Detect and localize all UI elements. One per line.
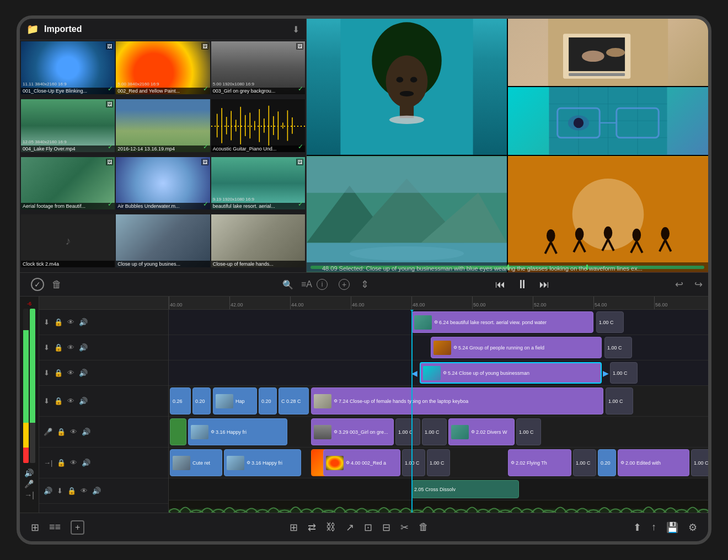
- clip[interactable]: 0.20: [192, 387, 211, 414]
- audio-icon[interactable]: 🔊: [92, 487, 101, 495]
- download-track-icon[interactable]: ⬇: [57, 487, 63, 495]
- audio-icon[interactable]: 🔊: [79, 397, 88, 405]
- eye-icon[interactable]: 👁: [67, 369, 74, 377]
- clip-selected[interactable]: ⚙ 5.24 Close up of young businessman: [420, 362, 602, 384]
- clip[interactable]: ⚙ 6.24 beautiful lake resort. aerial vie…: [411, 311, 593, 333]
- media-item[interactable]: 11.11 3840x2160 16:9 001_Close-Up Eye Bl…: [21, 41, 115, 94]
- trash-icon[interactable]: 🗑: [52, 279, 62, 290]
- mic-track-icon[interactable]: 🎤: [44, 428, 52, 436]
- media-item[interactable]: 5.00 3840x2160 16:9 002_Red and Yellow P…: [116, 41, 210, 94]
- lock-icon[interactable]: 🔒: [67, 487, 76, 495]
- redo-icon[interactable]: ↪: [694, 278, 703, 290]
- download-track-icon[interactable]: ⬇: [44, 343, 50, 352]
- mic-icon[interactable]: 🎤: [24, 480, 34, 488]
- eye-icon[interactable]: 👁: [70, 428, 77, 436]
- skip-forward-icon[interactable]: ⏭: [539, 279, 549, 290]
- undo-icon[interactable]: ↩: [675, 278, 683, 290]
- info-icon[interactable]: i: [317, 279, 328, 290]
- clip[interactable]: 0.20: [259, 387, 277, 414]
- clip[interactable]: 1.00 C: [427, 449, 450, 476]
- audio-icon[interactable]: 🔊: [82, 459, 90, 467]
- eye-icon[interactable]: 👁: [67, 318, 74, 326]
- lock-icon[interactable]: 🔒: [54, 397, 63, 405]
- skip-back-icon[interactable]: ⏮: [495, 279, 505, 290]
- clip[interactable]: C 0.28 C: [279, 387, 309, 414]
- eye-icon[interactable]: 👁: [70, 459, 77, 467]
- save-icon[interactable]: 💾: [666, 521, 678, 534]
- lock-icon[interactable]: 🔒: [57, 459, 66, 467]
- audio-icon[interactable]: 🔊: [79, 318, 88, 326]
- clip[interactable]: 1.00 C: [402, 449, 425, 476]
- arrow-right-icon[interactable]: →|: [24, 491, 34, 499]
- clip[interactable]: ⚙ 2.00 Edited with: [618, 449, 689, 476]
- clip[interactable]: 1.00 C: [606, 387, 633, 414]
- bars-icon[interactable]: ≡≡: [49, 521, 61, 533]
- pause-icon[interactable]: ⏸: [516, 277, 528, 292]
- timeline-tracks[interactable]: 40.00 42.00 44.00 46.00 48.00 50.00 52.0…: [169, 297, 708, 513]
- media-item[interactable]: 12.05 3840x2160 16:9 004_Lake Fly Over.m…: [21, 99, 115, 152]
- audio-icon[interactable]: 🔊: [82, 428, 90, 436]
- clip[interactable]: Cute ret: [170, 449, 222, 476]
- split-icon[interactable]: ⇕: [361, 278, 369, 290]
- clip[interactable]: 1.00 C: [610, 362, 638, 384]
- clip[interactable]: ⚙ 2.02 Flying Th: [508, 449, 571, 476]
- eye-icon[interactable]: 👁: [67, 397, 74, 405]
- filter-icon[interactable]: ≡A: [301, 279, 312, 289]
- clip[interactable]: 2.05 Cross Dissolv: [411, 480, 519, 498]
- clip[interactable]: ⚙ 2.02 Divers W: [448, 418, 515, 445]
- clip[interactable]: Hap: [213, 387, 257, 414]
- search-icon[interactable]: 🔍: [282, 279, 293, 290]
- clip[interactable]: 1.00 C: [691, 449, 708, 476]
- clip[interactable]: ⚙ 5.24 Group of people running on a fiel…: [431, 337, 602, 358]
- audio-icon[interactable]: 🔊: [79, 369, 88, 377]
- link-icon[interactable]: ⛓: [326, 521, 336, 533]
- lock-icon[interactable]: 🔒: [54, 369, 63, 377]
- clip[interactable]: [170, 418, 186, 445]
- clip[interactable]: 0.20: [598, 449, 616, 476]
- download-icon[interactable]: ⬇: [292, 24, 299, 35]
- media-item[interactable]: 2016-12-14 13.16.19.mp4 ✓: [116, 99, 210, 152]
- clip[interactable]: ⚙ 3.29 003_Girl on gre...: [311, 418, 394, 445]
- download-track-icon[interactable]: ⬇: [44, 318, 50, 326]
- import-icon[interactable]: ⬆: [633, 521, 641, 534]
- clip[interactable]: ⚙ 3.16 Happy fri: [224, 449, 301, 476]
- media-item[interactable]: Aerial footage from Beautif... ✓ 🖼: [21, 157, 115, 210]
- eye-icon[interactable]: 👁: [81, 487, 88, 495]
- media-item[interactable]: Air Bubbles Underwater.m... ✓ 🖼: [116, 157, 210, 210]
- lock-icon[interactable]: 🔒: [54, 318, 63, 326]
- grid-icon[interactable]: ⊞: [31, 521, 39, 534]
- audio-icon[interactable]: 🔊: [79, 343, 88, 352]
- grid2-icon[interactable]: ⊡: [364, 521, 372, 534]
- clip[interactable]: 1.00 C: [596, 311, 624, 333]
- playhead[interactable]: [411, 310, 413, 513]
- export-icon[interactable]: ↗: [346, 521, 354, 534]
- delete-icon[interactable]: 🗑: [419, 521, 429, 533]
- clip[interactable]: ⚙ 7.24 Close-up of female hands typing o…: [311, 387, 603, 414]
- media-item[interactable]: 5.00 1920x1080 16:9 003_Girl on grey bac…: [211, 41, 305, 94]
- stack-icon[interactable]: ⊟: [382, 521, 390, 534]
- media-item[interactable]: Close-up of female hands...: [211, 214, 305, 267]
- media-item[interactable]: 9.19 1920x1080 16:9 beautiful lake resor…: [211, 157, 305, 210]
- download-track-icon[interactable]: ⬇: [44, 369, 50, 377]
- clip[interactable]: 1.00 C: [573, 449, 596, 476]
- media-item[interactable]: ♪ Clock tick 2.m4a: [21, 214, 115, 267]
- clip[interactable]: 0.26: [170, 387, 191, 414]
- clip[interactable]: 1.00 C: [422, 418, 447, 445]
- swap-icon[interactable]: ⇄: [308, 521, 316, 534]
- clip[interactable]: ⚙ 3.16 Happy fri: [188, 418, 287, 445]
- lock-icon[interactable]: 🔒: [57, 428, 66, 436]
- settings-icon[interactable]: ⚙: [688, 521, 697, 534]
- volume-track-icon[interactable]: 🔊: [44, 487, 52, 495]
- add-icon[interactable]: +: [339, 279, 350, 290]
- volume-icon[interactable]: 🔊: [24, 469, 34, 477]
- clip[interactable]: ⚙ 4.00 002_Red a: [323, 449, 400, 476]
- share-icon[interactable]: ↑: [651, 521, 656, 533]
- clip[interactable]: 1.00 C: [604, 337, 632, 358]
- check-icon[interactable]: ✓: [31, 278, 44, 291]
- clip[interactable]: 1.00 C: [395, 418, 420, 445]
- media-item[interactable]: Acoustic Guitar_Piano Und... ✓: [211, 99, 305, 152]
- add-clip-icon[interactable]: ⊞: [290, 521, 298, 534]
- plus-icon[interactable]: +: [71, 520, 84, 535]
- eye-icon[interactable]: 👁: [67, 343, 74, 352]
- scissors-icon[interactable]: ✂: [400, 521, 409, 534]
